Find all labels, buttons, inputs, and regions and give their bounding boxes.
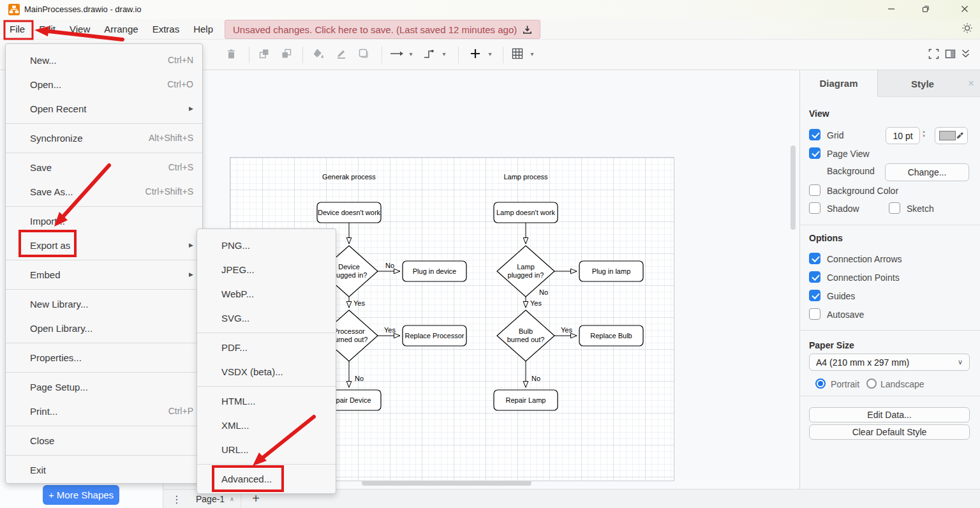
menu-item-import[interactable]: Import... <box>6 209 202 233</box>
theme-toggle-button[interactable] <box>960 22 975 37</box>
submenu-item-svg[interactable]: SVG... <box>197 306 336 330</box>
panel-close-icon[interactable]: × <box>965 78 977 89</box>
paper-size-select[interactable]: A4 (210 mm x 297 mm) ∨ <box>809 354 970 371</box>
edge-label-yes[interactable]: Yes <box>353 299 365 307</box>
unsaved-changes-banner[interactable]: Unsaved changes. Click here to save. (La… <box>225 20 540 39</box>
tab-style[interactable]: Style <box>879 70 967 97</box>
menu-file[interactable]: File <box>3 19 32 40</box>
line-color-button[interactable] <box>333 47 350 63</box>
chevron-down-icon[interactable]: ▾ <box>528 50 536 57</box>
connection-style-button[interactable] <box>389 47 405 63</box>
menu-item-open[interactable]: Open... Ctrl+O <box>6 72 202 96</box>
pages-menu-button[interactable]: ⋮ <box>170 491 184 507</box>
drawio-logo-icon <box>8 4 20 15</box>
submenu-item-url[interactable]: URL... <box>197 437 336 461</box>
submenu-item-pdf[interactable]: PDF... <box>197 335 336 359</box>
edge-label-no[interactable]: No <box>355 375 364 382</box>
chevron-down-icon[interactable]: ▾ <box>486 50 494 57</box>
sketch-checkbox[interactable] <box>889 202 900 214</box>
waypoint-style-button[interactable] <box>420 47 437 63</box>
chevron-down-icon[interactable]: ▾ <box>407 50 415 57</box>
menu-help[interactable]: Help <box>186 19 220 40</box>
menu-item-open-recent[interactable]: Open Recent ▶ <box>6 96 202 121</box>
menu-item-close[interactable]: Close <box>6 428 202 452</box>
menu-item-page-setup[interactable]: Page Setup... <box>6 375 202 399</box>
edge-label-yes[interactable]: Yes <box>561 326 572 334</box>
menu-edit[interactable]: Edit <box>32 19 63 40</box>
connection-points-label: Connection Points <box>827 273 900 283</box>
submenu-item-vsdx[interactable]: VSDX (beta)... <box>197 359 336 384</box>
more-shapes-button[interactable]: + More Shapes <box>43 485 119 505</box>
guides-checkbox[interactable] <box>809 290 820 301</box>
background-color-checkbox[interactable] <box>809 184 820 196</box>
edge-label-yes[interactable]: Yes <box>530 299 542 307</box>
menu-item-embed[interactable]: Embed ▶ <box>6 262 202 287</box>
horizontal-scrollbar-thumb[interactable] <box>362 481 531 486</box>
portrait-radio[interactable] <box>815 378 826 389</box>
menu-item-properties[interactable]: Properties... <box>6 345 202 370</box>
restore-icon <box>922 4 930 15</box>
edge-label-no[interactable]: No <box>539 288 548 296</box>
menu-item-synchronize[interactable]: Synchronize Alt+Shift+S <box>6 126 202 150</box>
tab-diagram[interactable]: Diagram <box>800 70 878 97</box>
submenu-item-xml[interactable]: XML... <box>197 413 336 437</box>
landscape-radio[interactable] <box>866 378 877 389</box>
menu-arrange[interactable]: Arrange <box>97 19 145 40</box>
edit-data-button[interactable]: Edit Data... <box>809 407 970 422</box>
spinner-up-icon[interactable]: ▲ <box>922 130 926 133</box>
to-front-button[interactable] <box>256 47 272 63</box>
submenu-item-webp[interactable]: WebP... <box>197 281 336 306</box>
paper-size-value: A4 (210 mm x 297 mm) <box>816 357 909 368</box>
page-tab-chevron-icon: ∧ <box>230 496 234 502</box>
window-minimize-button[interactable] <box>877 0 906 19</box>
grid-checkbox[interactable] <box>809 129 820 140</box>
connection-arrows-checkbox[interactable] <box>809 253 820 264</box>
chevron-down-icon[interactable]: ▾ <box>440 50 448 57</box>
window-close-button[interactable] <box>949 0 980 19</box>
to-back-button[interactable] <box>278 47 295 63</box>
format-panel-toggle-button[interactable] <box>942 47 958 63</box>
connection-points-checkbox[interactable] <box>809 271 820 283</box>
menu-item-export-as[interactable]: Export as ▶ <box>6 233 202 257</box>
menu-item-exit[interactable]: Exit <box>6 458 202 482</box>
menu-extras[interactable]: Extras <box>145 19 187 40</box>
edge-label-yes[interactable]: Yes <box>384 326 396 334</box>
menu-item-save-as[interactable]: Save As... Ctrl+Shift+S <box>6 179 202 204</box>
menu-item-print[interactable]: Print... Ctrl+P <box>6 399 202 423</box>
vertical-scrollbar-thumb[interactable] <box>791 146 796 230</box>
menu-item-save[interactable]: Save Ctrl+S <box>6 155 202 179</box>
to-back-icon <box>281 48 292 62</box>
window-restore-button[interactable] <box>911 0 940 19</box>
table-button[interactable] <box>509 47 526 63</box>
page-view-checkbox[interactable] <box>809 147 820 159</box>
flowchart-edges[interactable] <box>349 223 577 387</box>
menu-item-new-library[interactable]: New Library... <box>6 292 202 316</box>
grid-size-stepper[interactable]: ▲ ▼ <box>922 130 926 138</box>
collapse-expand-button[interactable] <box>957 47 974 63</box>
background-change-button[interactable]: Change... <box>885 163 969 181</box>
menu-item-open-library[interactable]: Open Library... <box>6 316 202 340</box>
edge-label-no[interactable]: No <box>531 375 540 382</box>
grid-size-input[interactable]: 10 pt <box>886 127 920 144</box>
delete-button[interactable] <box>223 47 239 63</box>
spinner-down-icon[interactable]: ▼ <box>922 134 926 138</box>
submenu-item-png[interactable]: PNG... <box>197 233 336 257</box>
autosave-checkbox[interactable] <box>809 308 820 320</box>
flowchart-title-general[interactable]: Generak process <box>322 173 376 181</box>
submenu-item-jpeg[interactable]: JPEG... <box>197 257 336 281</box>
fullscreen-button[interactable] <box>925 47 942 63</box>
flowchart-title-lamp[interactable]: Lamp process <box>503 173 548 181</box>
menu-item-new[interactable]: New... Ctrl+N <box>6 48 202 72</box>
submenu-item-html[interactable]: HTML... <box>197 389 336 413</box>
shadow-button[interactable] <box>355 47 372 63</box>
menu-view[interactable]: View <box>63 19 97 40</box>
insert-button[interactable] <box>467 47 484 63</box>
shadow-checkbox[interactable] <box>809 202 820 214</box>
submenu-item-advanced[interactable]: Advanced... <box>197 467 336 491</box>
grid-color-button[interactable] <box>935 127 968 144</box>
edge-label-no[interactable]: No <box>385 262 394 269</box>
clear-default-style-button[interactable]: Clear Default Style <box>809 424 970 440</box>
section-paper-size-heading: Paper Size <box>809 340 854 350</box>
fill-color-button[interactable] <box>310 47 327 63</box>
menu-separator <box>6 372 202 373</box>
